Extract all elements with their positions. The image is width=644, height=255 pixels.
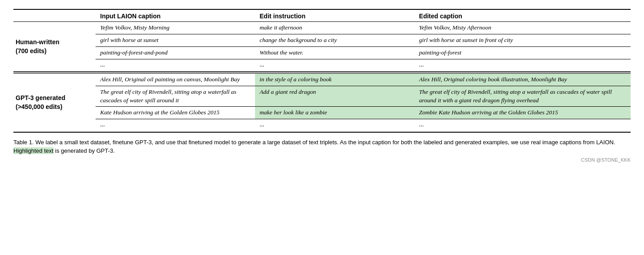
dots-caption: ...	[96, 119, 255, 132]
table-row-dots: ... ... ...	[13, 59, 631, 72]
section2-label: GPT-3 generated(>450,000 edits)	[13, 73, 96, 132]
col-header-instruction: Edit instruction	[255, 9, 414, 22]
table-caption: Table 1. We label a small text dataset, …	[13, 138, 631, 155]
edited-cell: Zombie Kate Hudson arriving at the Golde…	[414, 107, 631, 119]
dots-instruction: ...	[255, 59, 414, 72]
caption-text1: Table 1. We label a small text dataset, …	[13, 139, 615, 146]
instruction-cell: in the style of a coloring book	[255, 73, 414, 86]
col-header-caption: Input LAION caption	[96, 9, 255, 22]
table-row: Kate Hudson arriving at the Golden Globe…	[13, 107, 631, 119]
table-row: painting-of-forest-and-pond Without the …	[13, 46, 631, 59]
caption-cell: Yefim Volkov, Misty Morning	[96, 22, 255, 34]
table-row: Human-written(700 edits) Yefim Volkov, M…	[13, 22, 631, 34]
table-row: The great elf city of Rivendell, sitting…	[13, 86, 631, 107]
caption-cell: Alex Hill, Original oil painting on can­…	[96, 73, 255, 86]
caption-cell: Kate Hudson arriving at the Golden Globe…	[96, 107, 255, 119]
main-table: Input LAION caption Edit instruction Edi…	[13, 9, 631, 133]
edited-cell: The great elf city of Rivendell, sitting…	[414, 86, 631, 107]
edited-cell: girl with horse at sunset in front of ci…	[414, 34, 631, 46]
caption-cell: painting-of-forest-and-pond	[96, 46, 255, 59]
col-header-label	[13, 9, 96, 22]
dots-edited: ...	[414, 59, 631, 72]
table-row-dots: ... ... ...	[13, 119, 631, 132]
dots-edited: ...	[414, 119, 631, 132]
caption-highlight: Highlighted text	[13, 147, 54, 154]
watermark: CSDN @STONE_KKK	[13, 157, 631, 163]
instruction-cell: Add a giant red dragon	[255, 86, 414, 107]
instruction-cell: Without the water.	[255, 46, 414, 59]
section1-label: Human-written(700 edits)	[13, 22, 96, 72]
col-header-edited: Edited caption	[414, 9, 631, 22]
bottom-border-row	[13, 132, 631, 133]
dots-instruction: ...	[255, 119, 414, 132]
table-row: GPT-3 generated(>450,000 edits) Alex Hil…	[13, 73, 631, 86]
table-row: girl with horse at sunset change the bac…	[13, 34, 631, 46]
edited-cell: painting-of-forest	[414, 46, 631, 59]
instruction-cell: make her look like a zombie	[255, 107, 414, 119]
edited-cell: Alex Hill, Original coloring book illust…	[414, 73, 631, 86]
dots-caption: ...	[96, 59, 255, 72]
caption-text2: is generated by GPT-3.	[55, 147, 115, 154]
instruction-cell: change the background to a city	[255, 34, 414, 46]
caption-cell: girl with horse at sunset	[96, 34, 255, 46]
edited-cell: Yefim Volkov, Misty Afternoon	[414, 22, 631, 34]
caption-cell: The great elf city of Rivendell, sitting…	[96, 86, 255, 107]
instruction-cell: make it afternoon	[255, 22, 414, 34]
